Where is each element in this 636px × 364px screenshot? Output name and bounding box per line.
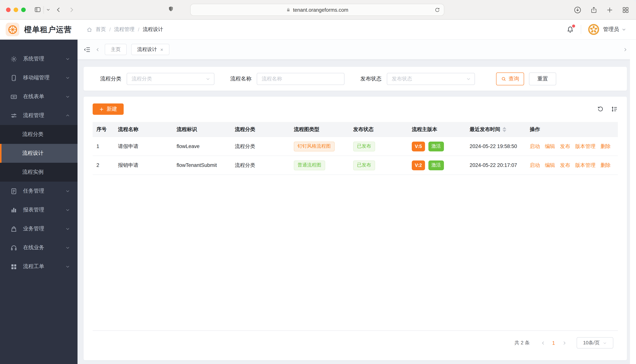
column-settings-icon[interactable] <box>611 106 618 112</box>
chevron-down-icon <box>65 226 70 231</box>
reload-icon[interactable] <box>435 7 440 13</box>
avatar[interactable] <box>588 24 599 35</box>
sidebar-item-mobile[interactable]: 移动端管理 <box>0 68 78 87</box>
address-bar[interactable]: tenant.orangeforms.com <box>190 4 444 16</box>
sidebar-item-process-workorder[interactable]: 流程工单 <box>0 257 78 276</box>
sidebar-item-task-management[interactable]: 任务管理 <box>0 182 78 200</box>
chevron-down-icon <box>206 76 210 81</box>
chevron-down-icon <box>65 264 70 269</box>
sidebar-item-process-management[interactable]: 流程管理 <box>0 106 78 125</box>
refresh-icon[interactable] <box>597 106 604 112</box>
tabs-scroll-left-icon[interactable] <box>95 47 100 52</box>
column-header: 序号 <box>93 126 114 133</box>
cell-key: flowLeave <box>173 144 231 149</box>
action-delete-link[interactable]: 删除 <box>600 162 611 168</box>
query-button[interactable]: 查询 <box>496 72 524 85</box>
minimize-window-button[interactable] <box>14 7 18 12</box>
chevron-down-icon[interactable] <box>46 8 50 12</box>
action-publish-link[interactable]: 发布 <box>560 143 570 150</box>
zoom-window-button[interactable] <box>21 7 26 12</box>
page-size-select[interactable]: 10条/页 <box>577 337 613 348</box>
filter-name-input[interactable]: 流程名称 <box>257 73 344 85</box>
cell-publish-status: 已发布 <box>349 160 408 170</box>
action-version-link[interactable]: 版本管理 <box>575 143 595 150</box>
downloads-icon[interactable] <box>574 6 581 14</box>
table-row: 1 请假申请 flowLeave 流程分类 钉钉风格流程图 已发布 V:5 激活… <box>93 137 618 156</box>
home-icon <box>87 26 92 32</box>
notification-dot <box>572 24 575 28</box>
column-header: 发布状态 <box>349 126 408 133</box>
prev-page-icon[interactable] <box>538 338 548 348</box>
tab-label: 主页 <box>111 46 121 53</box>
sidebar-item-report-management[interactable]: 报表管理 <box>0 200 78 220</box>
safari-window: tenant.orangeforms.com 橙单租户运营 <box>0 0 636 364</box>
sidebar-toggle-icon[interactable] <box>34 6 41 13</box>
table-row: 2 报销申请 flowTenantSubmit 流程分类 普通流程图 已发布 V… <box>93 156 618 175</box>
user-name[interactable]: 管理员 <box>603 26 619 33</box>
menu-fold-icon[interactable] <box>84 46 91 53</box>
sort-icon[interactable] <box>503 127 506 132</box>
search-icon <box>501 76 506 81</box>
cell-diagram-type: 普通流程图 <box>290 160 349 170</box>
chevron-down-icon <box>65 57 70 61</box>
filter-category-select[interactable]: 流程分类 <box>127 73 215 85</box>
browser-toolbar: tenant.orangeforms.com <box>0 0 636 20</box>
bag-icon <box>10 225 17 232</box>
sidebar-item-process-design[interactable]: 流程设计 <box>0 144 78 163</box>
cell-version: V:2 激活 <box>408 160 466 170</box>
next-page-icon[interactable] <box>559 338 569 348</box>
column-header-sortable[interactable]: 最近发布时间 <box>466 126 526 133</box>
tab-overview-icon[interactable] <box>622 6 629 14</box>
reset-button-label: 重置 <box>537 75 548 82</box>
version-badge: V:2 <box>412 160 425 170</box>
chevron-up-icon <box>65 113 70 118</box>
chevron-down-icon <box>65 76 70 80</box>
privacy-shield-icon[interactable] <box>168 5 174 12</box>
tab-process-design[interactable]: 流程设计 × <box>131 44 169 55</box>
filter-status-select[interactable]: 发布状态 <box>387 73 475 85</box>
action-version-link[interactable]: 版本管理 <box>575 162 595 168</box>
close-icon[interactable]: × <box>160 47 163 52</box>
lock-icon <box>286 7 290 12</box>
create-button-label: 新建 <box>107 106 117 112</box>
breadcrumb-item[interactable]: 首页 <box>96 26 106 33</box>
sidebar-item-process-category[interactable]: 流程分类 <box>0 125 78 144</box>
sidebar-item-business-management[interactable]: 业务管理 <box>0 220 78 238</box>
window-controls <box>6 7 26 12</box>
create-button[interactable]: 新建 <box>93 104 124 115</box>
action-start-link[interactable]: 启动 <box>530 162 540 168</box>
back-button[interactable] <box>56 6 62 13</box>
scrollbar-gutter[interactable] <box>630 40 636 364</box>
action-delete-link[interactable]: 删除 <box>600 143 611 150</box>
reset-button[interactable]: 重置 <box>529 72 556 85</box>
sidebar-item-online-form[interactable]: 在线表单 <box>0 87 78 106</box>
orange-slice-icon <box>8 25 17 34</box>
sidebar-item-online-business[interactable]: 在线业务 <box>0 238 78 257</box>
header-right: 管理员 <box>566 24 626 35</box>
query-button-label: 查询 <box>509 75 519 82</box>
publish-status-badge: 已发布 <box>353 160 375 170</box>
notifications-button[interactable] <box>566 26 574 34</box>
filter-status-group: 发布状态 发布状态 <box>360 73 475 85</box>
share-icon[interactable] <box>590 6 597 14</box>
tab-home[interactable]: 主页 <box>105 44 127 55</box>
filter-category-group: 流程分类 流程分类 <box>100 73 215 85</box>
sidebar-submenu-process: 流程分类 流程设计 流程实例 <box>0 125 78 182</box>
table-tools <box>597 106 618 112</box>
action-edit-link[interactable]: 编辑 <box>545 162 555 168</box>
chevron-down-icon[interactable] <box>622 27 626 32</box>
column-header-label: 最近发布时间 <box>470 126 500 133</box>
close-window-button[interactable] <box>6 7 11 12</box>
sidebar-item-system[interactable]: 系统管理 <box>0 50 78 68</box>
action-start-link[interactable]: 启动 <box>530 143 540 150</box>
page-number[interactable]: 1 <box>548 338 559 348</box>
forward-button[interactable] <box>68 6 75 13</box>
breadcrumb-item[interactable]: 流程管理 <box>114 26 135 33</box>
action-edit-link[interactable]: 编辑 <box>545 143 555 150</box>
new-tab-icon[interactable] <box>606 6 613 14</box>
tabs-scroll-right-icon[interactable] <box>623 47 628 52</box>
action-publish-link[interactable]: 发布 <box>560 162 570 168</box>
grid-icon <box>10 263 17 270</box>
sidebar-item-process-instance[interactable]: 流程实例 <box>0 163 78 182</box>
column-header: 流程主版本 <box>408 126 466 133</box>
